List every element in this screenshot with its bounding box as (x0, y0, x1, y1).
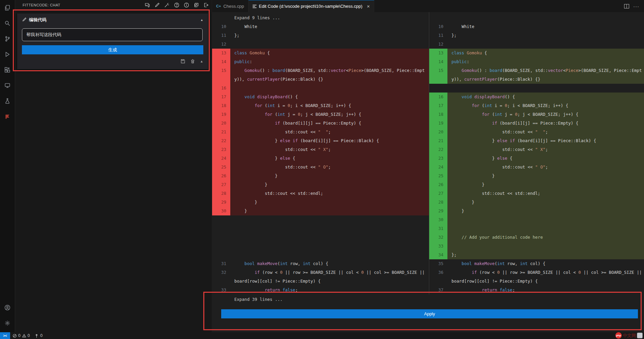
edit-pencil-icon[interactable] (154, 2, 160, 8)
fittencode-icon[interactable] (0, 109, 15, 124)
line-number: 28 (429, 198, 447, 207)
line-number: 16 (429, 93, 447, 101)
line-number: 27 (212, 180, 230, 189)
code-line (447, 224, 644, 233)
code-row: 20 std::cout << " "; (429, 128, 644, 136)
close-window-icon[interactable] (193, 2, 199, 8)
code-row: 14public: (212, 57, 429, 66)
code-line: for (int j = 0; j < BOARD_SIZE; j++) { (230, 110, 429, 119)
generate-button[interactable]: 生成 (22, 45, 203, 54)
test-beaker-icon[interactable] (0, 93, 15, 109)
info-circle-icon[interactable] (183, 2, 189, 8)
more-actions-icon[interactable]: ··· (633, 3, 639, 9)
files-icon[interactable] (0, 0, 15, 16)
error-icon (12, 334, 17, 338)
line-number: 23 (429, 154, 447, 163)
tab-edit-code[interactable]: Edit Code (d:\vscode project\l10n-sample… (248, 0, 374, 12)
code-line: if (board[i][j] == Piece::Empty) { (447, 119, 644, 128)
watermark-text: 中文网 (623, 333, 636, 339)
scroll-up-icon[interactable]: ▲ (200, 59, 203, 63)
code-line: std::cout << std::endl; (447, 189, 644, 198)
code-row: 33 return false; (212, 286, 429, 294)
remote-explorer-icon[interactable] (0, 78, 15, 93)
code-line (447, 40, 644, 49)
code-line: for (int j = 0; j < BOARD_SIZE; j++) { (447, 110, 644, 119)
code-row: 24 } else { (212, 154, 429, 163)
code-row: 10 White (212, 22, 429, 31)
magic-wand-icon[interactable] (164, 2, 170, 8)
code-row: 27 } (212, 180, 429, 189)
code-line (230, 251, 429, 259)
line-number: 17 (212, 93, 230, 101)
ports-status[interactable]: 0 (32, 333, 45, 338)
expand-lines-bottom[interactable]: Expand 39 lines ... (212, 295, 644, 304)
sidebar-header: FITTENCODE: CHAT (15, 0, 212, 10)
line-number: 25 (212, 163, 230, 172)
warning-count: 0 (28, 333, 30, 338)
line-number: 21 (429, 136, 447, 145)
code-row: 12 (429, 40, 644, 49)
code-row: 32 if (row < 0 || row >= BOARD_SIZE || c… (212, 268, 429, 277)
line-number (212, 75, 230, 84)
code-line (447, 215, 644, 224)
code-line: for (int i = 0; i < BOARD_SIZE; i++) { (230, 101, 429, 110)
apply-button[interactable]: Apply (221, 309, 638, 318)
code-line: bool makeMove(int row, int col) { (230, 259, 429, 268)
php-logo: php (615, 332, 622, 339)
code-row: 16 (212, 84, 429, 93)
error-count: 0 (18, 333, 21, 338)
tab-chess-cpp[interactable]: C+ Chess.cpp (212, 0, 248, 12)
line-number: 32 (429, 233, 447, 242)
code-line: std::cout << std::endl; (230, 189, 429, 198)
split-editor-icon[interactable] (624, 4, 629, 8)
broadcast-icon (34, 334, 39, 338)
line-number: 29 (429, 207, 447, 215)
code-line: void displayBoard() { (230, 93, 429, 101)
line-number: 22 (429, 145, 447, 154)
search-icon[interactable] (0, 16, 15, 31)
code-row: 16 void displayBoard() { (429, 93, 644, 101)
code-row: board[row][col] != Piece::Empty) { (429, 277, 644, 286)
settings-gear-icon[interactable] (0, 315, 15, 331)
account-icon[interactable] (0, 300, 15, 315)
run-debug-icon[interactable] (0, 47, 15, 62)
code-row: 22 std::cout << " X"; (429, 145, 644, 154)
code-line: } else { (230, 154, 429, 163)
collapse-panel-icon[interactable]: ▲ (200, 18, 203, 22)
expand-lines-top[interactable]: Expand 9 lines ... (212, 14, 429, 22)
line-number: 11 (212, 31, 230, 40)
remote-indicator[interactable]: >< (0, 332, 10, 339)
problems-status[interactable]: 0 0 (10, 333, 32, 338)
code-row: 24 std::cout << " O"; (429, 163, 644, 172)
trash-icon[interactable] (190, 59, 195, 64)
question-circle-icon[interactable] (174, 2, 180, 8)
status-bar: >< 0 0 0 (0, 332, 644, 339)
code-line (230, 40, 429, 49)
line-number: 14 (212, 57, 230, 66)
code-row: y)), currentPlayer(Piece::Black) {} (429, 75, 644, 84)
export-icon[interactable] (203, 2, 209, 8)
edit-instruction-input[interactable] (22, 28, 203, 41)
source-control-icon[interactable] (0, 31, 15, 47)
line-number: 10 (429, 22, 447, 31)
code-line: } (447, 198, 644, 207)
line-number: 17 (429, 101, 447, 110)
code-line: class Gomoku { (447, 49, 644, 57)
comment-discussion-icon[interactable] (144, 2, 150, 8)
code-line: } (447, 180, 644, 189)
save-icon[interactable] (180, 59, 185, 64)
close-icon[interactable]: × (367, 3, 370, 9)
code-row: 21 } else if (board[i][j] == Piece::Blac… (429, 136, 644, 145)
code-row: 31 bool makeMove(int row, int col) { (212, 259, 429, 268)
code-line: board[row][col] != Piece::Empty) { (230, 277, 429, 286)
code-row: 23 std::cout << " X"; (212, 145, 429, 154)
extensions-icon[interactable] (0, 62, 15, 78)
sidebar-title: FITTENCODE: CHAT (23, 3, 60, 7)
code-row: 30 (429, 215, 644, 224)
warning-icon (22, 334, 26, 338)
code-line: board[row][col] != Piece::Empty) { (447, 277, 644, 286)
code-row: 32 // Add your additional code here (429, 233, 644, 242)
line-number: 34 (429, 251, 447, 259)
line-number: 15 (429, 66, 447, 75)
code-row: 36 if (row < 0 || row >= BOARD_SIZE || c… (429, 268, 644, 277)
